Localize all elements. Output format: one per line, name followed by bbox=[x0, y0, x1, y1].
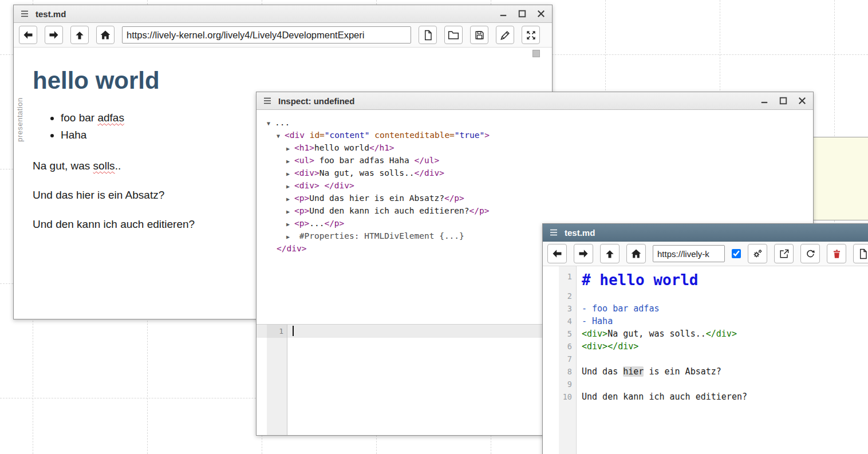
url-input[interactable] bbox=[653, 245, 725, 262]
forward-button[interactable] bbox=[574, 244, 593, 263]
token-tag: <div> bbox=[294, 168, 319, 177]
tree-node[interactable]: ▼<div id="content" contenteditable="true… bbox=[267, 129, 813, 141]
window-title: Inspect: undefined bbox=[278, 96, 354, 106]
token-plain: Und das bbox=[582, 366, 623, 377]
line-number: 7 bbox=[543, 353, 577, 365]
home-button[interactable] bbox=[626, 244, 646, 263]
open-external-button[interactable] bbox=[774, 244, 794, 263]
token-tag: </div> bbox=[277, 244, 306, 253]
background-window-edge bbox=[814, 137, 868, 220]
token-tag: <p> bbox=[294, 194, 309, 203]
token-attr: contenteditable= bbox=[374, 131, 455, 140]
token-plain: Na gut, was solls.. bbox=[607, 329, 706, 339]
minimize-button[interactable] bbox=[498, 9, 508, 19]
up-button[interactable] bbox=[70, 26, 89, 44]
token-plain: ... bbox=[275, 118, 290, 127]
menu-icon[interactable] bbox=[262, 96, 273, 106]
new-file-icon bbox=[423, 30, 433, 41]
line-number: 1 bbox=[543, 270, 577, 283]
new-file-button[interactable] bbox=[853, 244, 868, 263]
token-list: - Haha bbox=[582, 316, 613, 326]
token-arrow: ▶ bbox=[286, 193, 294, 206]
tree-node[interactable]: ▶<ul> foo bar adfas Haha </ul> bbox=[267, 154, 813, 167]
code-text: Und den kann ich auch editieren? bbox=[577, 390, 747, 403]
editor-titlebar[interactable]: test.md bbox=[543, 224, 868, 242]
close-button[interactable] bbox=[797, 96, 807, 106]
code-line[interactable]: 4- Haha bbox=[543, 315, 868, 327]
scrollbar-stub[interactable] bbox=[532, 50, 540, 57]
tree-node[interactable]: ▶<h1>hello world</h1> bbox=[267, 141, 813, 154]
expand-button[interactable] bbox=[522, 26, 540, 44]
delete-button[interactable] bbox=[827, 244, 846, 263]
code-line[interactable]: 8Und das hier is ein Absatz? bbox=[543, 365, 868, 378]
up-button[interactable] bbox=[600, 244, 620, 263]
token-tag: </h1> bbox=[369, 143, 394, 152]
viewer-titlebar[interactable]: test.md bbox=[14, 5, 552, 23]
code-line[interactable]: 9 bbox=[543, 378, 868, 390]
home-icon bbox=[630, 248, 642, 259]
auto-update-checkbox[interactable] bbox=[732, 249, 741, 258]
tree-node[interactable]: ▶<p>Und den kann ich auch editieren?</p> bbox=[267, 204, 813, 217]
code-text: - Haha bbox=[577, 315, 613, 327]
url-input[interactable] bbox=[122, 26, 411, 44]
token-tag: </p> bbox=[444, 194, 464, 203]
code-line[interactable]: 10Und den kann ich auch editieren? bbox=[543, 390, 868, 403]
code-text: # hello world bbox=[577, 270, 699, 290]
code-line[interactable]: 3- foo bar adfas bbox=[543, 302, 868, 315]
token-misspelled: solls bbox=[93, 160, 115, 172]
save-button[interactable] bbox=[470, 26, 488, 44]
home-button[interactable] bbox=[96, 26, 115, 44]
token-tag: <p> bbox=[294, 219, 309, 228]
window-title: test.md bbox=[565, 228, 595, 238]
token-etag: <div> bbox=[582, 341, 607, 352]
tree-node[interactable]: ▶<div> </div> bbox=[267, 179, 813, 192]
reload-button[interactable] bbox=[800, 244, 820, 263]
token-tag: <div bbox=[285, 131, 305, 140]
token-plain: Und das hier is ein Absatz? bbox=[309, 194, 444, 203]
token-plain: .. bbox=[115, 160, 121, 172]
code-editor[interactable]: 1# hello world23- foo bar adfas4- Haha5<… bbox=[543, 266, 868, 454]
code-text: <div>Na gut, was solls..</div> bbox=[577, 327, 737, 340]
code-line[interactable]: 5<div>Na gut, was solls..</div> bbox=[543, 327, 868, 340]
forward-arrow-icon bbox=[48, 29, 60, 41]
code-line[interactable]: 7 bbox=[543, 353, 868, 365]
pencil-icon bbox=[500, 30, 511, 41]
refresh-icon bbox=[805, 248, 816, 259]
forward-button[interactable] bbox=[45, 26, 63, 44]
code-line[interactable]: 2 bbox=[543, 290, 868, 302]
code-line[interactable]: 6<div></div> bbox=[543, 340, 868, 353]
token-tag: </div> bbox=[324, 181, 354, 190]
tree-node[interactable]: ▶<div>Na gut, was solls..</div> bbox=[267, 167, 813, 179]
code-line[interactable]: 1# hello world bbox=[543, 270, 868, 290]
token-tag: <div> bbox=[294, 181, 319, 190]
editor-toolbar bbox=[543, 242, 868, 266]
open-folder-button[interactable] bbox=[444, 26, 463, 44]
maximize-button[interactable] bbox=[778, 96, 788, 106]
new-file-button[interactable] bbox=[419, 26, 437, 44]
tree-node[interactable]: ▼... bbox=[267, 116, 813, 129]
minimize-button[interactable] bbox=[759, 96, 770, 106]
close-button[interactable] bbox=[536, 9, 546, 19]
expand-icon bbox=[526, 30, 536, 41]
code-text: - foo bar adfas bbox=[577, 302, 659, 315]
token-attr: id= bbox=[310, 131, 325, 140]
line-number: 10 bbox=[543, 390, 577, 403]
menu-icon[interactable] bbox=[19, 9, 30, 19]
token-plain: Haha bbox=[61, 129, 86, 141]
up-arrow-icon bbox=[74, 29, 85, 41]
token-arrow: ▼ bbox=[267, 117, 275, 130]
inspector-titlebar[interactable]: Inspect: undefined bbox=[257, 92, 813, 110]
tree-node[interactable]: ▶<p>Und das hier is ein Absatz?</p> bbox=[267, 192, 813, 204]
back-button[interactable] bbox=[547, 244, 567, 263]
token-plain: Na gut, was bbox=[33, 160, 93, 172]
menu-icon[interactable] bbox=[549, 227, 559, 238]
back-button[interactable] bbox=[19, 26, 37, 44]
token-arrow: ▶ bbox=[286, 206, 294, 218]
token-misspelled: adfas bbox=[97, 112, 124, 124]
maximize-button[interactable] bbox=[517, 9, 527, 19]
token-arrow: ▼ bbox=[277, 130, 285, 143]
token-arrow: ▶ bbox=[286, 218, 294, 231]
token-plain: Und den kann ich auch editieren? bbox=[33, 218, 195, 230]
edit-button[interactable] bbox=[496, 26, 514, 44]
settings-button[interactable] bbox=[748, 244, 767, 263]
